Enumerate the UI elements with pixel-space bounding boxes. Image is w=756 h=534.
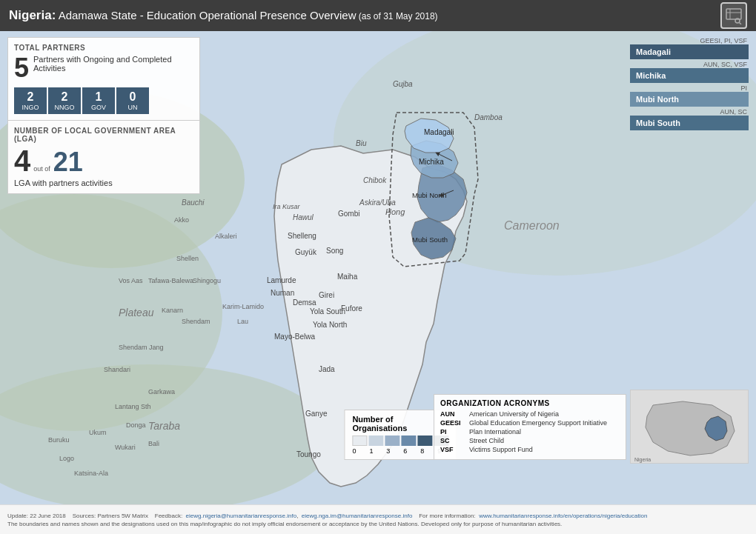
svg-text:Plateau: Plateau bbox=[119, 307, 154, 318]
svg-text:Lamurde: Lamurde bbox=[267, 276, 296, 284]
svg-text:Hawul: Hawul bbox=[293, 213, 314, 221]
un-label: UN bbox=[121, 104, 145, 111]
michika-bar: Michika bbox=[630, 68, 749, 83]
title-main: Adamawa State - Education Operational Pr… bbox=[56, 9, 356, 21]
lga-count: 4 bbox=[14, 146, 30, 176]
svg-text:Michika: Michika bbox=[419, 158, 444, 166]
acr-aun: AUN American University of Nigeria bbox=[440, 410, 620, 418]
svg-text:Buruku: Buruku bbox=[48, 436, 70, 444]
svg-text:Katsina-Ala: Katsina-Ala bbox=[74, 470, 108, 477]
svg-text:Demsa: Demsa bbox=[293, 298, 316, 307]
total-partners-label: TOTAL PARTNERS bbox=[14, 44, 193, 52]
acr-vsf: VSF Victims Support Fund bbox=[440, 446, 620, 453]
svg-text:Shendam: Shendam bbox=[182, 318, 210, 325]
right-panel: GEESI, PI, VSF Madagali AUN, SC, VSF Mic… bbox=[630, 37, 749, 132]
svg-text:Girei: Girei bbox=[319, 291, 334, 299]
page-title: Nigeria: Adamawa State - Education Opera… bbox=[9, 8, 438, 23]
svg-text:Ganye: Ganye bbox=[305, 410, 328, 418]
feedback-email1[interactable]: eiewg.nigeria@humanitarianresponse.info bbox=[186, 513, 297, 519]
location-mubi-south: AUN, SC Mubi South bbox=[630, 108, 749, 130]
swatch-8 bbox=[417, 435, 432, 446]
svg-text:Tafawa-Balewa: Tafawa-Balewa bbox=[148, 277, 193, 284]
svg-text:Yola North: Yola North bbox=[313, 321, 347, 329]
madagali-tags: GEESI, PI, VSF bbox=[630, 37, 749, 44]
svg-text:Ukum: Ukum bbox=[89, 429, 107, 436]
svg-text:Guyük: Guyük bbox=[295, 248, 317, 256]
breakdown-nngo: 2 NNGO bbox=[48, 87, 81, 114]
location-mubi-north: PI Mubi North bbox=[630, 84, 749, 107]
svg-text:Kanarn: Kanarn bbox=[162, 307, 183, 314]
acr-sc: SC Street Child bbox=[440, 437, 620, 444]
location-madagali: GEESI, PI, VSF Madagali bbox=[630, 37, 749, 59]
svg-text:Hong: Hong bbox=[385, 207, 405, 216]
lga-label: NUMBER OF LOCAL GOVERNMENT AREA (LGA) bbox=[14, 127, 193, 143]
lga-desc: LGA with partners activities bbox=[14, 178, 193, 187]
acronyms-box: ORGANIZATION ACRONYMS AUN American Unive… bbox=[434, 394, 626, 460]
feedback-label: Feedback: bbox=[155, 513, 182, 519]
page-footer: Update: 22 June 2018 Sources: Partners 5… bbox=[0, 504, 756, 534]
page-header: Nigeria: Adamawa State - Education Opera… bbox=[0, 0, 756, 31]
svg-text:Taraba: Taraba bbox=[148, 420, 180, 432]
svg-text:Maiha: Maiha bbox=[337, 273, 358, 281]
nigeria-minimap: Nigeria bbox=[630, 390, 749, 464]
madagali-bar: Madagali bbox=[630, 44, 749, 59]
acronyms-title: ORGANIZATION ACRONYMS bbox=[440, 399, 620, 407]
gov-label: GOV bbox=[87, 104, 110, 111]
svg-text:Karim-Lamido: Karim-Lamido bbox=[222, 303, 264, 310]
svg-text:Shellen: Shellen bbox=[176, 255, 199, 262]
svg-text:Mayo-Belwa: Mayo-Belwa bbox=[274, 333, 315, 341]
breakdown-un: 0 UN bbox=[116, 87, 149, 114]
svg-text:Bauchi: Bauchi bbox=[182, 198, 205, 207]
mubi-north-tags: PI bbox=[630, 84, 749, 92]
total-partners-box: TOTAL PARTNERS 5 Partners with Ongoing a… bbox=[7, 37, 200, 121]
svg-text:Ira Kusar: Ira Kusar bbox=[273, 203, 301, 210]
svg-text:Vos Aas: Vos Aas bbox=[119, 277, 143, 284]
nngo-count: 2 bbox=[53, 90, 76, 104]
info-panel: TOTAL PARTNERS 5 Partners with Ongoing a… bbox=[7, 37, 200, 194]
lga-total: 21 bbox=[53, 149, 83, 176]
sources: Sources: Partners 5W Matrix bbox=[73, 513, 148, 519]
location-michika: AUN, SC, VSF Michika bbox=[630, 61, 749, 83]
svg-text:Numan: Numan bbox=[271, 289, 294, 297]
svg-text:Lau: Lau bbox=[237, 318, 248, 325]
svg-text:Yola South: Yola South bbox=[310, 307, 345, 316]
swatch-0 bbox=[352, 435, 367, 446]
acr-pi: PI Plan International bbox=[440, 428, 620, 435]
acr-geesi: GEESI Global Education Emergency Support… bbox=[440, 419, 620, 427]
svg-text:Donga: Donga bbox=[126, 421, 146, 429]
svg-line-4 bbox=[740, 23, 742, 25]
partners-desc: Partners with Ongoing and Completed Acti… bbox=[33, 55, 193, 73]
update-date: Update: 22 June 2018 bbox=[7, 513, 66, 519]
mubi-south-tags: AUN, SC bbox=[630, 108, 749, 116]
svg-text:Alkaleri: Alkaleri bbox=[215, 233, 237, 240]
svg-text:Shandari: Shandari bbox=[104, 366, 130, 373]
disclaimer: The boundaries and names shown and the d… bbox=[7, 521, 749, 527]
lga-box: NUMBER OF LOCAL GOVERNMENT AREA (LGA) 4 … bbox=[7, 121, 200, 194]
svg-text:Nigeria: Nigeria bbox=[634, 457, 651, 463]
svg-text:Gujba: Gujba bbox=[393, 80, 413, 88]
ingo-label: INGO bbox=[19, 104, 42, 111]
feedback-email2[interactable]: eiewg.nga.im@humanitarianresponse.info bbox=[302, 513, 413, 519]
svg-text:Shendam Jang: Shendam Jang bbox=[119, 344, 164, 351]
svg-text:Biu: Biu bbox=[356, 139, 367, 147]
svg-text:Akko: Akko bbox=[174, 216, 189, 224]
michika-tags: AUN, SC, VSF bbox=[630, 61, 749, 68]
nngo-label: NNGO bbox=[53, 104, 76, 111]
more-url[interactable]: www.humanitarianresponse.info/en/operati… bbox=[479, 513, 647, 519]
svg-text:Damboa: Damboa bbox=[474, 113, 503, 121]
title-country: Nigeria: bbox=[9, 8, 56, 22]
swatch-3 bbox=[385, 435, 399, 446]
svg-text:Madagali: Madagali bbox=[424, 128, 454, 136]
breakdown-ingo: 2 INGO bbox=[14, 87, 47, 114]
swatch-6 bbox=[401, 435, 416, 446]
svg-text:Lantang Sth: Lantang Sth bbox=[115, 403, 151, 410]
svg-text:Askira/Uba: Askira/Uba bbox=[359, 198, 396, 207]
gov-count: 1 bbox=[87, 90, 110, 104]
svg-text:Mubi South: Mubi South bbox=[412, 236, 448, 244]
svg-text:Shelleng: Shelleng bbox=[288, 232, 316, 240]
svg-text:Garkawa: Garkawa bbox=[148, 388, 175, 396]
more-info: For more information: bbox=[419, 513, 475, 519]
svg-text:Chibok: Chibok bbox=[363, 176, 387, 184]
main-content: Madagali Michika Mubi North Mubi South G… bbox=[0, 31, 756, 504]
svg-text:Toungo: Toungo bbox=[296, 450, 321, 458]
